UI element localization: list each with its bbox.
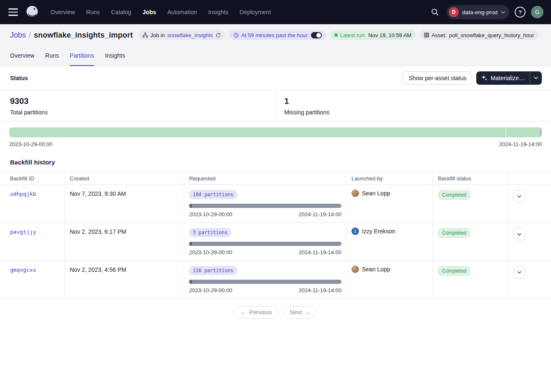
previous-label: Previous	[249, 309, 272, 316]
backfill-id-link[interactable]: pavgtjjy	[10, 229, 36, 235]
requested-partitions-pill: 3 partitions	[189, 228, 231, 237]
show-per-asset-status-button[interactable]: Show per-asset status	[403, 71, 473, 85]
previous-page-button[interactable]: ← Previous	[234, 306, 278, 319]
dagster-logo-icon[interactable]	[25, 5, 40, 20]
total-partitions-value: 9303	[10, 96, 266, 106]
column-header-backfill-status: Backfill status	[433, 172, 508, 185]
latest-run-value[interactable]: Nov 19, 10:59 AM	[368, 32, 411, 38]
missing-partitions-value: 1	[284, 96, 543, 106]
chevron-down-icon	[517, 195, 521, 198]
nav-item-deployment[interactable]: Deployment	[240, 9, 271, 15]
backfill-status-badge: Completed	[438, 190, 470, 200]
created-value: Nov 7, 2023, 9:30 AM	[70, 190, 126, 197]
missing-partitions-stat: 1 Missing partitions	[277, 90, 551, 121]
backfill-history-table: Backfill ID Created Requested Launched b…	[0, 172, 551, 299]
partition-marker	[506, 127, 506, 137]
backfill-range-start: 2023-10-29-00:00	[189, 287, 232, 293]
table-row: pavgtjjy Nov 2, 2023, 6:17 PM 3 partitio…	[0, 223, 551, 261]
job-tabs: Overview Runs Partitions Insights	[0, 46, 551, 66]
backfill-range-start: 2023-10-29-00:00	[189, 211, 232, 217]
run-status-dot	[334, 33, 338, 37]
asset-label: Asset:	[432, 32, 447, 38]
status-section-header: Status Show per-asset status Materialize…	[0, 66, 551, 90]
user-avatar[interactable]: G	[531, 6, 543, 18]
column-header-actions	[508, 172, 551, 185]
column-header-requested: Requested	[184, 172, 346, 185]
partition-status-bar[interactable]	[9, 127, 542, 137]
materialize-button[interactable]: Materialize…	[476, 71, 530, 85]
backfill-range-end: 2024-11-19-14:00	[299, 211, 341, 217]
table-header-row: Backfill ID Created Requested Launched b…	[0, 172, 551, 185]
chevron-down-icon	[501, 11, 505, 14]
next-label: Next	[290, 309, 302, 316]
row-actions-button[interactable]	[513, 266, 525, 278]
nav-item-overview[interactable]: Overview	[51, 9, 75, 15]
column-header-backfill-id: Backfill ID	[0, 172, 65, 185]
nav-item-jobs[interactable]: Jobs	[142, 9, 156, 15]
chevron-down-icon	[517, 233, 521, 236]
workspace-badge: D	[449, 7, 459, 17]
top-navigation: Overview Runs Catalog Jobs Automation In…	[0, 0, 551, 24]
breadcrumb-separator: /	[29, 31, 31, 40]
breadcrumb: Jobs / snowflake_insights_import Job in …	[0, 24, 551, 46]
page-header: Jobs / snowflake_insights_import Job in …	[0, 24, 551, 66]
created-value: Nov 2, 2023, 4:56 PM	[70, 266, 126, 273]
table-row: gmqvgcxs Nov 2, 2023, 4:56 PM 116 partit…	[0, 261, 551, 299]
asset-value[interactable]: poll_snowflake_query_history_hour	[449, 32, 534, 38]
partition-range-start: 2023-10-29-00:00	[9, 141, 52, 147]
backfill-id-link[interactable]: gmqvgcxs	[10, 267, 36, 273]
table-row: udhpqjkb Nov 7, 2023, 9:30 AM 104 partit…	[0, 185, 551, 223]
launched-by-name: Sean Lopp	[362, 266, 390, 273]
reload-icon[interactable]	[215, 33, 221, 38]
partition-stats: 9303 Total partitions 1 Missing partitio…	[0, 90, 551, 121]
clock-icon	[233, 33, 239, 38]
column-header-launched-by: Launched by	[346, 172, 433, 185]
workspace-switcher[interactable]: D data-eng-prod	[447, 5, 509, 19]
status-title: Status	[10, 75, 28, 81]
next-page-button[interactable]: Next →	[283, 306, 317, 319]
asset-badge: Asset: poll_snowflake_query_history_hour	[420, 30, 538, 40]
row-actions-button[interactable]	[513, 190, 525, 202]
schedule-toggle[interactable]	[311, 32, 322, 38]
total-partitions-label: Total partitions	[10, 109, 266, 116]
nav-item-automation[interactable]: Automation	[167, 9, 197, 15]
tab-partitions[interactable]: Partitions	[70, 46, 94, 66]
backfill-range-bar	[189, 204, 341, 208]
schedule-badge: At 59 minutes past the hour	[229, 30, 326, 40]
pagination: ← Previous Next →	[0, 306, 551, 319]
hamburger-menu-icon[interactable]	[8, 8, 18, 16]
nav-item-catalog[interactable]: Catalog	[111, 9, 131, 15]
breadcrumb-jobs-link[interactable]: Jobs	[10, 31, 26, 40]
repo-link[interactable]: snowflake_insights	[167, 32, 213, 38]
user-avatar: i	[351, 228, 359, 235]
partition-range-end: 2024-11-19-14:00	[499, 141, 542, 147]
tab-overview[interactable]: Overview	[10, 46, 34, 66]
backfill-range-bar	[189, 242, 341, 246]
sparkle-icon	[481, 75, 488, 81]
backfill-status-badge: Completed	[438, 266, 470, 276]
missing-partition-segment	[540, 127, 542, 137]
page-title: snowflake_insights_import	[34, 31, 133, 40]
search-icon[interactable]	[429, 6, 441, 18]
nav-item-insights[interactable]: Insights	[208, 9, 228, 15]
job-location-badge: Job in snowflake_insights	[139, 30, 225, 40]
backfill-range-start: 2023-10-29-00:00	[189, 249, 232, 255]
requested-partitions-pill: 116 partitions	[189, 266, 237, 275]
materialize-label: Materialize…	[490, 75, 525, 81]
missing-partitions-label: Missing partitions	[284, 109, 543, 116]
row-actions-button[interactable]	[513, 228, 525, 240]
backfill-range-bar	[189, 280, 341, 284]
main-nav: Overview Runs Catalog Jobs Automation In…	[51, 9, 271, 15]
help-icon[interactable]: ?	[515, 7, 526, 18]
arrow-right-icon: →	[305, 309, 311, 316]
arrow-left-icon: ←	[240, 309, 246, 316]
tab-runs[interactable]: Runs	[45, 46, 59, 66]
asset-table-icon	[424, 33, 429, 38]
tab-insights[interactable]: Insights	[105, 46, 125, 66]
user-avatar	[351, 266, 359, 273]
nav-item-runs[interactable]: Runs	[86, 9, 100, 15]
materialize-options-button[interactable]	[530, 71, 542, 85]
job-graph-icon	[143, 33, 148, 38]
backfill-range-end: 2024-11-19-14:00	[299, 287, 341, 293]
backfill-id-link[interactable]: udhpqjkb	[10, 191, 36, 197]
